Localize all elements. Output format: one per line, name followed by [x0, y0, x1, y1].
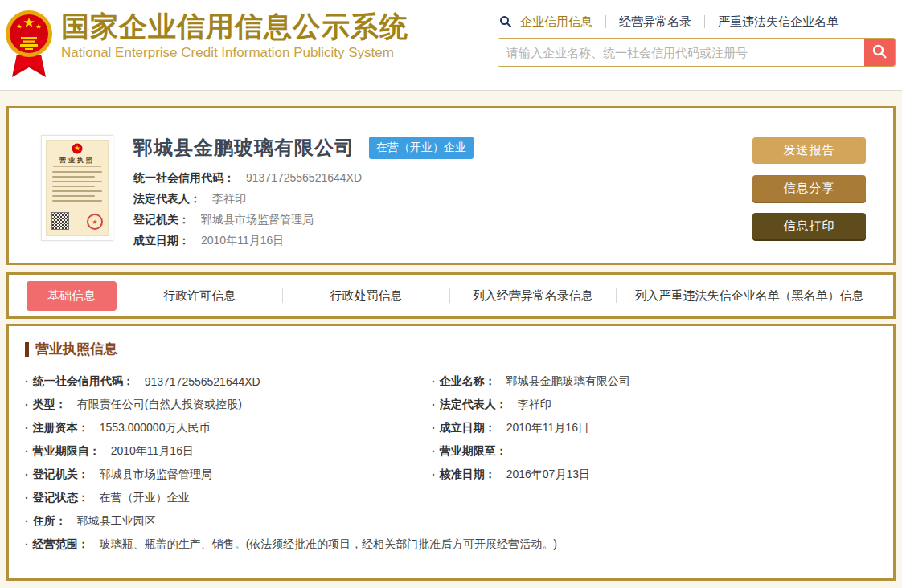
field-label: 住所：: [33, 514, 67, 529]
field-row: 登记机关： 郓城县市场监督管理局: [133, 213, 474, 234]
status-badge: 在营（开业）企业: [369, 137, 474, 159]
business-license-image[interactable]: 营业执照 ★: [41, 135, 113, 241]
tab-admin-penalty[interactable]: 行政处罚信息: [330, 288, 402, 302]
company-summary-info: 郓城县金鹏玻璃有限公司 在营（开业）企业 统一社会信用代码： 913717255…: [133, 135, 474, 263]
section-title: 营业执照信息: [25, 340, 877, 358]
license-detail-columns: 统一社会信用代码： 9137172556521644XD 类型： 有限责任公司(…: [25, 370, 877, 533]
field-row: 营业期限自： 2010年11月16日: [25, 439, 432, 463]
field-value: 2010年11月16日: [506, 421, 589, 435]
business-scope-row: 经营范围： 玻璃瓶、瓶盖的生产、销售。(依法须经批准的项目，经相关部门批准后方可…: [25, 533, 877, 556]
field-label: 法定代表人：: [440, 398, 507, 412]
company-summary-card: 营业执照 ★ 郓城县金鹏玻璃有限公司 在营（开业）企业 统一社会信用代码： 91…: [6, 106, 896, 265]
field-label: 经营范围：: [33, 537, 89, 552]
license-rule: [53, 166, 101, 167]
field-label: 核准日期：: [440, 468, 496, 482]
national-emblem-logo: [5, 8, 53, 82]
license-qr-code: [51, 212, 69, 230]
license-title: 营业执照: [47, 156, 108, 165]
field-value: 郓城县市场监督管理局: [201, 213, 314, 227]
nav-link-enterprise-credit[interactable]: 企业信用信息: [520, 14, 592, 30]
field-row: 营业期限至：: [432, 439, 877, 463]
business-license-paper: 营业执照 ★: [46, 140, 109, 236]
field-label: 成立日期：: [440, 421, 496, 435]
site-title-cn: 国家企业信用信息公示系统: [61, 11, 408, 43]
field-label: 统一社会信用代码：: [33, 374, 134, 389]
nav-separator: [704, 15, 705, 28]
field-row: 注册资本： 1553.000000万人民币: [25, 416, 432, 439]
print-info-button[interactable]: 信息打印: [752, 213, 866, 239]
field-row: 登记机关： 郓城县市场监督管理局: [25, 463, 432, 486]
header-search-area: 企业信用信息 经营异常名录 严重违法失信企业名单: [498, 13, 896, 67]
search-icon: [499, 15, 512, 28]
license-emblem-icon: [72, 143, 83, 155]
search-bar: [498, 38, 896, 67]
field-label: 营业期限至：: [440, 444, 507, 459]
license-red-seal-icon: ★: [87, 214, 103, 230]
field-row: 统一社会信用代码： 9137172556521644XD: [133, 171, 474, 192]
field-value: 1553.000000万人民币: [100, 421, 211, 435]
field-value: 2010年11月16日: [111, 444, 194, 459]
nav-link-abnormal-operations[interactable]: 经营异常名录: [619, 14, 691, 30]
field-row: 类型： 有限责任公司(自然人投资或控股): [25, 393, 432, 416]
field-row: 法定代表人： 李祥印: [133, 192, 474, 213]
site-title-block: 国家企业信用信息公示系统 National Enterprise Credit …: [61, 11, 408, 61]
search-button[interactable]: [864, 39, 895, 66]
header-nav: 企业信用信息 经营异常名录 严重违法失信企业名单: [498, 13, 896, 31]
field-value: 9137172556521644XD: [246, 171, 362, 184]
field-label: 登记机关：: [33, 468, 89, 482]
field-value: 玻璃瓶、瓶盖的生产、销售。(依法须经批准的项目，经相关部门批准后方可开展经营活动…: [100, 537, 557, 552]
field-row: 登记状态： 在营（开业）企业: [25, 486, 432, 509]
field-row: 成立日期： 2010年11月16日: [432, 416, 877, 439]
field-label: 注册资本：: [33, 421, 89, 435]
field-value: 2016年07月13日: [506, 468, 590, 482]
field-row: 企业名称： 郓城县金鹏玻璃有限公司: [432, 370, 877, 393]
field-value: 有限责任公司(自然人投资或控股): [77, 398, 242, 412]
tab-basic-info[interactable]: 基础信息: [27, 281, 117, 311]
field-value: 郓城县市场监督管理局: [100, 468, 212, 482]
field-label: 法定代表人：: [133, 192, 201, 206]
license-info-card: 营业执照信息 统一社会信用代码： 9137172556521644XD 类型： …: [6, 324, 896, 581]
field-row: 成立日期： 2010年11月16日: [133, 234, 474, 255]
field-row: 法定代表人： 李祥印: [432, 393, 877, 416]
nav-separator: [605, 15, 606, 28]
summary-fields: 统一社会信用代码： 9137172556521644XD 法定代表人： 李祥印 …: [133, 171, 474, 255]
tab-blacklist[interactable]: 列入严重违法失信企业名单（黑名单）信息: [634, 288, 863, 302]
site-title-en: National Enterprise Credit Information P…: [61, 45, 408, 61]
field-row: 核准日期： 2016年07月13日: [432, 463, 877, 486]
action-buttons: 发送报告 信息分享 信息打印: [752, 137, 866, 239]
field-value: 李祥印: [518, 398, 551, 412]
search-input[interactable]: [498, 39, 864, 66]
field-value: 李祥印: [212, 192, 246, 206]
field-row: 统一社会信用代码： 9137172556521644XD: [25, 370, 432, 393]
field-value: 2010年11月16日: [201, 234, 284, 248]
field-label: 统一社会信用代码：: [133, 171, 235, 186]
field-value: 郓城县工业园区: [77, 514, 156, 529]
company-name: 郓城县金鹏玻璃有限公司: [133, 135, 355, 161]
field-label: 成立日期：: [133, 234, 190, 248]
field-value: 郓城县金鹏玻璃有限公司: [506, 374, 630, 389]
field-label: 类型：: [33, 398, 67, 412]
field-label: 登记机关：: [133, 213, 190, 227]
field-value: 9137172556521644XD: [145, 375, 260, 388]
detail-column-left: 统一社会信用代码： 9137172556521644XD 类型： 有限责任公司(…: [25, 370, 432, 533]
send-report-button[interactable]: 发送报告: [752, 137, 866, 164]
tab-abnormal-operations[interactable]: 列入经营异常名录信息: [473, 288, 593, 302]
share-info-button[interactable]: 信息分享: [752, 175, 866, 202]
tab-admin-license[interactable]: 行政许可信息: [163, 288, 236, 302]
field-label: 企业名称：: [440, 374, 496, 389]
field-label: 营业期限自：: [33, 444, 100, 459]
detail-column-right: 企业名称： 郓城县金鹏玻璃有限公司 法定代表人： 李祥印 成立日期： 2010年…: [432, 370, 877, 533]
field-row: 住所： 郓城县工业园区: [25, 509, 432, 533]
field-label: 登记状态：: [33, 491, 89, 505]
field-value: 在营（开业）企业: [100, 491, 190, 505]
tab-bar: 基础信息 行政许可信息 行政处罚信息 列入经营异常名录信息 列入严重违法失信企业…: [6, 272, 896, 319]
page-header: 国家企业信用信息公示系统 National Enterprise Credit …: [0, 0, 902, 91]
search-icon: [871, 43, 888, 62]
nav-link-serious-violations[interactable]: 严重违法失信企业名单: [718, 14, 838, 30]
license-text-lines: [52, 171, 102, 202]
